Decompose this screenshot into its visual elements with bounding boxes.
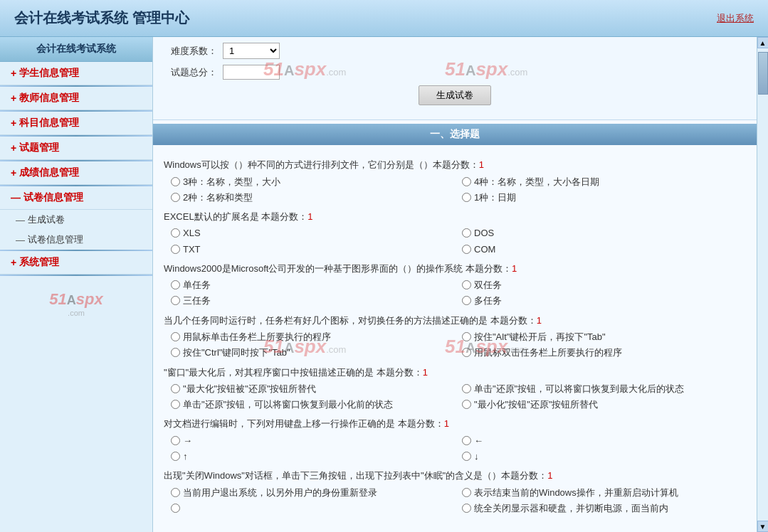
option-radio[interactable] <box>462 332 471 341</box>
question-text-2: EXCEL默认的扩展名是 本题分数：1 <box>164 210 746 224</box>
option-item: 双任务 <box>462 279 746 292</box>
dash-icon: — <box>16 215 25 225</box>
plus-icon: + <box>11 142 16 154</box>
option-label: "最大化"按钮被"还原"按钮所替代 <box>183 383 316 395</box>
total-score-input[interactable] <box>223 65 280 80</box>
option-label: 表示结束当前的Windows操作，并重新启动计算机 <box>474 486 678 499</box>
option-radio[interactable] <box>462 193 471 202</box>
option-radio[interactable] <box>462 296 471 305</box>
option-item: 3种：名称，类型，大小 <box>171 176 455 188</box>
plus-icon: + <box>11 92 16 104</box>
option-item: TXT <box>171 243 455 256</box>
option-radio[interactable] <box>171 245 180 254</box>
question-text-7: 出现"关闭Windows"对话框，单击下三角按钮，出现下拉列表中"休眠"的含义是… <box>164 469 746 483</box>
scroll-up-arrow[interactable]: ▲ <box>757 37 769 48</box>
option-label: ← <box>474 435 483 447</box>
option-item: 用鼠标双击任务栏上所要执行的程序 <box>462 346 746 359</box>
scroll-down-arrow[interactable]: ▼ <box>757 521 769 532</box>
sidebar-subitem-manage[interactable]: — 试卷信息管理 <box>0 230 152 250</box>
generate-button[interactable]: 生成试卷 <box>419 85 491 105</box>
option-label: XLS <box>183 227 201 240</box>
option-radio[interactable] <box>171 332 180 341</box>
plus-icon: + <box>11 167 16 179</box>
question-text-3: Windows2000是Microsoft公司开发的一种基于图形界面的（）的操作… <box>164 262 746 276</box>
option-radio[interactable] <box>462 488 471 497</box>
option-radio[interactable] <box>171 452 180 461</box>
watermark-sub: .com <box>4 309 149 317</box>
app-title: 会计在线考试系统 管理中心 <box>14 9 189 28</box>
question-2: EXCEL默认的扩展名是 本题分数：1 XLS DOS TXT <box>164 210 746 256</box>
option-radio[interactable] <box>171 504 180 513</box>
option-radio[interactable] <box>171 193 180 202</box>
option-label: 3种：名称，类型，大小 <box>183 176 280 188</box>
difficulty-label: 难度系数： <box>167 45 217 58</box>
option-radio[interactable] <box>462 177 471 186</box>
scroll-track[interactable] <box>757 48 768 521</box>
option-label: 单任务 <box>183 279 211 292</box>
option-radio[interactable] <box>462 245 471 254</box>
sidebar-item-subject[interactable]: + 科目信息管理 <box>0 112 152 135</box>
option-item: COM <box>462 243 746 256</box>
option-label: 多任务 <box>474 294 502 307</box>
option-radio[interactable] <box>171 296 180 305</box>
form-row-difficulty: 难度系数： 1 2 3 4 5 <box>167 43 742 59</box>
sidebar-subitem-generate[interactable]: — 生成试卷 <box>0 210 152 230</box>
option-radio[interactable] <box>462 400 471 409</box>
option-radio[interactable] <box>462 384 471 393</box>
option-radio[interactable] <box>462 436 471 445</box>
option-radio[interactable] <box>462 280 471 289</box>
option-radio[interactable] <box>462 228 471 238</box>
option-item: 按住"Ctrl"键同时按下"Tab" <box>171 346 455 359</box>
options-grid-4: 用鼠标单击任务栏上所要执行的程序 按住"Alt"键松开后，再按下"Tab" 按住… <box>171 331 746 359</box>
plus-icon: + <box>11 257 16 268</box>
option-item: 单任务 <box>171 279 455 292</box>
difficulty-select[interactable]: 1 2 3 4 5 <box>223 43 280 59</box>
option-item: 单击"还原"按钮，可以将窗口恢复到最大化后的状态 <box>462 383 746 395</box>
content-inner: 51Aspx.com 51Aspx.com 51Aspx.com 51Aspx.… <box>153 37 757 524</box>
option-item: 多任务 <box>462 294 746 307</box>
option-label: ↑ <box>183 450 188 463</box>
option-radio[interactable] <box>171 348 180 357</box>
scroll-thumb[interactable] <box>758 52 768 95</box>
option-label: 单击"还原"按钮，可以将窗口恢复到最大化后的状态 <box>474 383 684 395</box>
options-grid-5: "最大化"按钮被"还原"按钮所替代 单击"还原"按钮，可以将窗口恢复到最大化后的… <box>171 383 746 411</box>
sidebar-item-question[interactable]: + 试题管理 <box>0 137 152 160</box>
question-3: Windows2000是Microsoft公司开发的一种基于图形界面的（）的操作… <box>164 262 746 308</box>
header: 会计在线考试系统 管理中心 退出系统 <box>0 0 768 37</box>
sidebar-item-exam[interactable]: — 试卷信息管理 <box>0 186 152 210</box>
question-text-1: Windows可以按（）种不同的方式进行排列文件，它们分别是（）本题分数：1 <box>164 158 746 172</box>
options-grid-1: 3种：名称，类型，大小 4种：名称，类型，大小各日期 2种：名称和类型 1种：日… <box>171 176 746 204</box>
sidebar-item-student[interactable]: + 学生信息管理 <box>0 62 152 85</box>
sidebar-item-teacher[interactable]: + 教师信息管理 <box>0 87 152 110</box>
option-radio[interactable] <box>171 384 180 393</box>
option-radio[interactable] <box>171 280 180 289</box>
logout-link[interactable]: 退出系统 <box>717 12 754 25</box>
option-radio[interactable] <box>171 228 180 238</box>
option-radio[interactable] <box>462 348 471 357</box>
option-item: 1种：日期 <box>462 191 746 204</box>
option-item: ← <box>462 435 746 447</box>
generate-btn-wrapper: 生成试卷 <box>167 85 742 105</box>
option-radio[interactable] <box>171 488 180 497</box>
option-item: 表示结束当前的Windows操作，并重新启动计算机 <box>462 486 746 499</box>
option-label: 4种：名称，类型，大小各日期 <box>474 176 599 188</box>
option-label: 三任务 <box>183 294 211 307</box>
content-area: 51Aspx.com 51Aspx.com 51Aspx.com 51Aspx.… <box>153 37 757 532</box>
option-label: 2种：名称和类型 <box>183 191 253 204</box>
option-label: DOS <box>474 227 494 240</box>
sidebar-item-label: 成绩信息管理 <box>19 166 79 179</box>
sidebar-item-system[interactable]: + 系统管理 <box>0 251 152 275</box>
option-radio[interactable] <box>171 177 180 186</box>
option-item: ↓ <box>462 450 746 463</box>
plus-icon: + <box>11 117 16 129</box>
question-area: Windows可以按（）种不同的方式进行排列文件，它们分别是（）本题分数：1 3… <box>153 149 757 524</box>
option-label: 单击"还原"按钮，可以将窗口恢复到最小化前的状态 <box>183 398 393 411</box>
option-radio[interactable] <box>462 452 471 461</box>
option-radio[interactable] <box>462 504 471 513</box>
sidebar: 会计在线考试系统 + 学生信息管理 + 教师信息管理 + 科目信息管理 + 试题… <box>0 37 153 532</box>
option-label: 统全关闭显示器和硬盘，并切断电源，面当前内 <box>474 502 668 515</box>
option-item: 4种：名称，类型，大小各日期 <box>462 176 746 188</box>
option-radio[interactable] <box>171 400 180 409</box>
option-radio[interactable] <box>171 436 180 445</box>
sidebar-item-score[interactable]: + 成绩信息管理 <box>0 161 152 185</box>
